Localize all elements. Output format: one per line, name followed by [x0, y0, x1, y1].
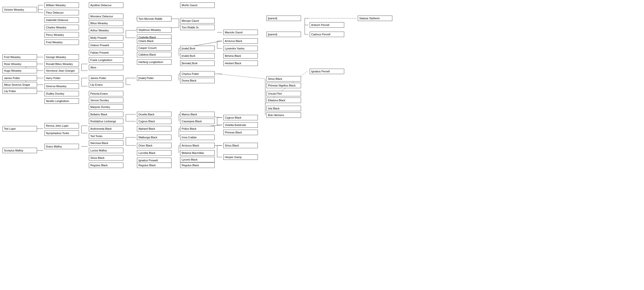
person-node-lily_evans: Lily Evans	[89, 82, 123, 87]
person-node-harfang: Harfang Longbottom	[137, 59, 172, 65]
person-node-salazar: Salazar Slytherin	[358, 16, 392, 21]
person-node-regulus: Regulus Black	[89, 163, 123, 168]
person-node-hugo: Hugo Weasley	[2, 68, 37, 73]
person-node-parent1: [parent]	[266, 16, 301, 21]
person-node-ted_tonks: Ted Tonks	[89, 133, 123, 139]
person-node-phineas_b: Phineas Black	[223, 130, 258, 135]
person-node-lucius: Lucius Malfoy	[89, 148, 123, 153]
person-node-neville: Neville Longbottom	[44, 98, 79, 104]
person-node-cadmus: Cadmus Pervell	[310, 32, 344, 37]
person-node-belvina: Belvina Black	[223, 53, 258, 59]
person-node-william: William Weasley	[44, 3, 79, 8]
person-node-arcturus_b2: Arcturus Black	[180, 143, 215, 148]
person-node-marius: Marius Black	[180, 112, 215, 117]
person-node-isla_black: Isla Black	[266, 106, 301, 111]
person-node-arthur: Arthur Weasley	[89, 28, 123, 33]
person-node-herbert: Herbert Black	[223, 61, 258, 66]
person-node-draco: Draco Malfoy	[44, 144, 79, 149]
person-node-percy: Percy Weasley	[44, 32, 79, 38]
person-node-charlus: Charlus Potter	[180, 71, 215, 77]
person-node-petunia: Petunia Evans	[89, 91, 123, 96]
person-node-nymphadora: Nymphadora Tonks	[44, 130, 79, 136]
person-node-pollux: Pollux Black	[180, 126, 215, 131]
person-node-tom_riddle: Tom Morvolo Riddle	[137, 16, 172, 22]
person-node-fabian: Fabian Prewett	[89, 50, 123, 55]
person-node-sirius_b3: Sirius Black	[266, 76, 301, 82]
person-node-male_potter: [male] Potter	[137, 75, 172, 81]
person-node-harry: Harry Potter	[44, 75, 79, 81]
person-node-james_potter: James Potter	[89, 75, 123, 81]
person-node-dudley: Dudley Dursley	[44, 91, 79, 96]
person-node-monsieur: Monsieur Delacour	[89, 14, 123, 19]
person-node-bilius: Bilius Weasley	[89, 21, 123, 26]
person-node-male_burk1: [male] Burk	[180, 46, 215, 51]
person-node-ursula: Ursula Flint	[266, 91, 301, 96]
person-node-parent2: [parent]	[266, 32, 301, 37]
person-node-gideon: Gideon Prewett	[89, 43, 123, 48]
person-node-james_p: James Potter	[2, 75, 37, 81]
person-node-hermione: Hermione Jean Granger	[44, 68, 79, 73]
person-node-irma: Irma Crabbe	[180, 135, 215, 140]
person-node-ginny: Ginerva Weasley	[44, 84, 79, 89]
person-node-ignatius_p: Ignatius Prewett	[137, 158, 172, 163]
person-node-cygnus_b: Cygnus Black	[223, 115, 258, 120]
person-node-bellatrix: Bellatrix Black	[89, 112, 123, 117]
person-node-gabrielle: Gabrielle Delacour	[44, 17, 79, 23]
person-node-rose: Rose Weasley	[2, 61, 37, 67]
person-node-calidora: Calidora Black	[137, 52, 172, 57]
person-node-phineas_nig: Phineas Nigellus Black	[266, 83, 301, 88]
person-node-merope: Merope Gaunt	[180, 18, 215, 24]
person-node-septimus: Septimus Weasley	[137, 27, 172, 33]
person-node-fred_weasley: Fred Weasley	[2, 54, 37, 60]
person-node-molly: Molly Prewett	[89, 35, 123, 41]
person-node-female_burk: [female] Burk	[180, 61, 215, 66]
person-node-dorea: Dorea Black	[180, 78, 215, 83]
family-tree: Victoire WeasleyWilliam WeasleyFleur Del…	[0, 0, 644, 290]
person-node-sirius_b: Sirius Black	[89, 155, 123, 161]
person-node-charis_b: Charis Black	[137, 38, 172, 44]
person-node-narcissa: Narcissa Black	[89, 140, 123, 146]
person-node-druella: Druella Black	[137, 112, 172, 117]
person-node-morfin: Morfin Gaunt	[180, 3, 215, 8]
person-node-frank: Frank Longbottom	[89, 57, 123, 63]
person-node-lycoris: Lycoris Black	[180, 157, 215, 162]
person-node-hesper: Hesper Gamp	[223, 154, 258, 160]
person-node-lysandra: Lysandra Yaxley	[223, 46, 258, 51]
person-node-charles: Charles Weasley	[44, 25, 79, 30]
person-node-regulus_b3: Regulus Black	[180, 163, 215, 168]
person-node-alphard: Alphard Black	[137, 126, 172, 131]
person-node-marjorie: Marjorie Dursley	[89, 104, 123, 110]
person-node-fred_w: Fred Weasley	[44, 40, 79, 45]
person-node-male_burk2: [male] Burk	[180, 53, 215, 59]
person-node-vernon: Vernon Dursley	[89, 98, 123, 103]
person-node-cassiopea: Cassiopea Black	[180, 119, 215, 124]
person-node-scorpius: Scorpius Malfoy	[2, 148, 37, 153]
person-node-apolline: Apolline Delacour	[89, 3, 123, 8]
person-node-antioch: Antioch Pervell	[310, 22, 344, 28]
person-node-victoire: Victoire Weasley	[2, 7, 37, 12]
person-node-albus: Albus Severus Snape	[2, 82, 37, 87]
person-node-rodolphus: Rodolphus Lestrange	[89, 119, 123, 124]
person-node-marvolo: Marvolo Gaunt	[223, 30, 258, 35]
person-node-cygnus_b2: Cygnus Black	[137, 119, 172, 124]
person-node-fleur: Fleur Delacour	[44, 10, 79, 15]
person-node-george: George Weasley	[44, 54, 79, 60]
person-node-tom_sr: Tom Riddle Sr.	[180, 25, 215, 30]
svg-line-54	[217, 74, 265, 79]
person-node-ignatius_pervell: Ignatius Pervell	[310, 69, 344, 74]
person-node-andromeda: Andromeda Black	[89, 126, 123, 131]
person-node-sirius_b2: Sirius Black	[223, 143, 258, 148]
person-node-ted_lupin: Ted Lupin	[2, 126, 37, 131]
person-node-regulus_b2: Regulus Black	[137, 163, 172, 168]
person-node-walburga: Walburga Black	[137, 135, 172, 140]
person-node-arcturus_b: Arcturus Black	[223, 38, 258, 44]
person-node-lily_p: Lily Potter	[2, 88, 37, 94]
person-node-lucretia: Lucretia Black	[137, 150, 172, 156]
person-node-violetta: Violetta Bulstrode	[223, 122, 258, 128]
person-node-orion_black: Orion Black	[137, 143, 172, 148]
person-node-ronald: Ronald Bilius Weasley	[44, 61, 79, 67]
person-node-elladora: Elladora Black	[266, 98, 301, 103]
person-node-remus: Remus John Lupin	[44, 123, 79, 128]
person-node-bob: Bob Hitchens	[266, 112, 301, 118]
person-node-alice: Alice -	[89, 65, 123, 70]
